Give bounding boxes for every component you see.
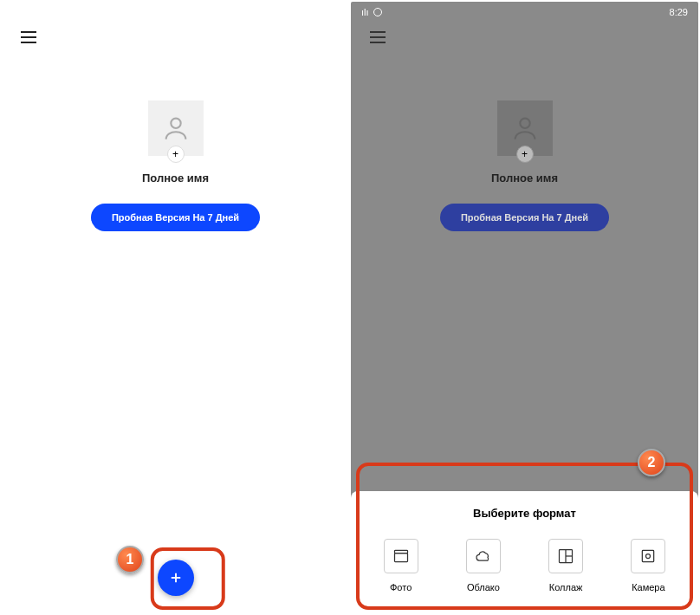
annotation-marker-2: 2 — [638, 449, 665, 476]
profile-area: + Полное имя Пробная Версия На 7 Дней — [2, 100, 349, 231]
svg-point-3 — [373, 9, 381, 16]
svg-point-4 — [520, 119, 529, 128]
add-avatar-badge[interactable]: + — [167, 146, 185, 163]
status-bar — [2, 2, 349, 23]
avatar-placeholder[interactable]: + — [148, 100, 204, 156]
person-icon — [510, 113, 540, 143]
add-fab[interactable] — [158, 560, 194, 596]
volume-icon: ılı — [361, 7, 369, 17]
svg-point-0 — [171, 119, 180, 128]
status-time: 8:29 — [670, 7, 688, 17]
screen-right: ılı 8:29 + Полное имя Пробная Версия На … — [351, 2, 698, 613]
circle-icon — [373, 7, 383, 17]
full-name-label: Полное имя — [142, 172, 209, 184]
avatar-placeholder[interactable]: + — [497, 100, 553, 156]
screen-left: + Полное имя Пробная Версия На 7 Дней 1 — [2, 2, 349, 613]
plus-icon — [168, 570, 184, 586]
trial-button[interactable]: Пробная Версия На 7 Дней — [440, 204, 609, 231]
status-bar: ılı 8:29 — [351, 2, 698, 23]
full-name-label: Полное имя — [491, 172, 558, 184]
trial-button[interactable]: Пробная Версия На 7 Дней — [91, 204, 260, 231]
annotation-marker-1: 1 — [116, 546, 144, 573]
menu-button[interactable] — [370, 31, 386, 43]
add-avatar-badge[interactable]: + — [516, 146, 534, 163]
menu-button[interactable] — [21, 31, 36, 43]
person-icon — [161, 113, 191, 143]
profile-area: + Полное имя Пробная Версия На 7 Дней — [351, 100, 698, 231]
